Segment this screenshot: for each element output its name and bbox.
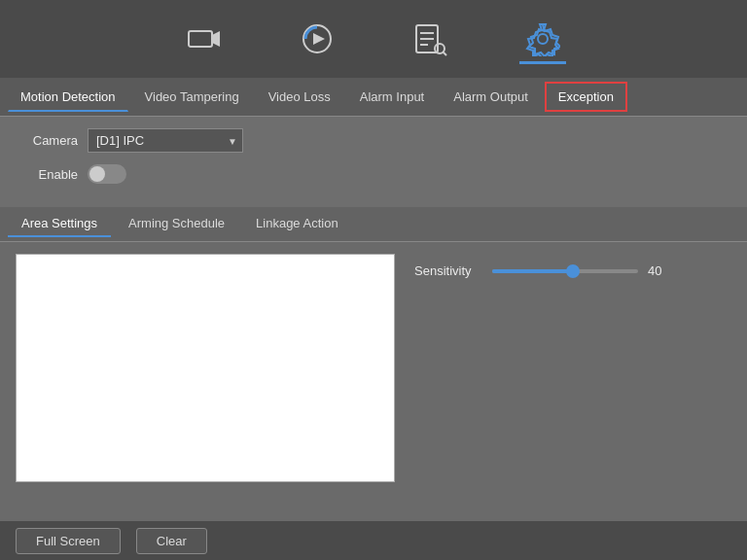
tab-alarm-output[interactable]: Alarm Output bbox=[441, 83, 541, 111]
tab-video-tampering[interactable]: Video Tampering bbox=[132, 83, 252, 111]
sub-tab-area-settings[interactable]: Area Settings bbox=[8, 211, 111, 237]
search-toolbar-icon[interactable] bbox=[412, 21, 447, 56]
tab-alarm-input[interactable]: Alarm Input bbox=[347, 83, 437, 111]
enable-label: Enable bbox=[19, 167, 78, 182]
camera-toolbar-icon[interactable] bbox=[187, 21, 222, 56]
enable-toggle[interactable] bbox=[88, 164, 126, 184]
playback-toolbar-icon[interactable] bbox=[300, 21, 335, 56]
svg-marker-1 bbox=[212, 31, 220, 47]
sensitivity-thumb[interactable] bbox=[566, 264, 580, 278]
camera-select[interactable]: [D1] IPC bbox=[88, 128, 243, 153]
clear-button[interactable]: Clear bbox=[136, 528, 207, 554]
svg-line-9 bbox=[443, 52, 446, 55]
sensitivity-label: Sensitivity bbox=[414, 263, 482, 278]
tab-video-loss[interactable]: Video Loss bbox=[256, 83, 343, 111]
sensitivity-value: 40 bbox=[648, 263, 661, 278]
svg-marker-3 bbox=[313, 33, 325, 45]
camera-label: Camera bbox=[19, 133, 78, 148]
tab-exception[interactable]: Exception bbox=[545, 82, 627, 112]
sensitivity-slider[interactable] bbox=[492, 269, 638, 273]
top-toolbar bbox=[0, 0, 747, 78]
sensitivity-row: Sensitivity 40 bbox=[414, 263, 731, 278]
camera-preview bbox=[16, 254, 395, 482]
camera-row: Camera [D1] IPC bbox=[19, 128, 728, 153]
tab-motion-detection[interactable]: Motion Detection bbox=[8, 83, 128, 112]
sub-tabs: Area Settings Arming Schedule Linkage Ac… bbox=[0, 207, 747, 242]
sensitivity-area: Sensitivity 40 bbox=[414, 254, 731, 522]
nav-tabs: Motion Detection Video Tampering Video L… bbox=[0, 78, 747, 117]
sub-tab-linkage-action[interactable]: Linkage Action bbox=[242, 211, 352, 237]
enable-row: Enable bbox=[19, 164, 728, 184]
svg-rect-0 bbox=[189, 31, 212, 47]
sub-tab-arming-schedule[interactable]: Arming Schedule bbox=[115, 211, 238, 237]
main-area: Sensitivity 40 bbox=[0, 242, 747, 534]
settings-toolbar-icon[interactable] bbox=[525, 21, 560, 56]
svg-point-10 bbox=[538, 34, 548, 44]
full-screen-button[interactable]: Full Screen bbox=[16, 528, 121, 554]
camera-select-wrapper[interactable]: [D1] IPC bbox=[88, 128, 243, 153]
settings-content: Camera [D1] IPC Enable bbox=[0, 117, 747, 207]
bottom-bar: Full Screen Clear bbox=[0, 521, 747, 560]
sensitivity-fill bbox=[492, 269, 573, 273]
